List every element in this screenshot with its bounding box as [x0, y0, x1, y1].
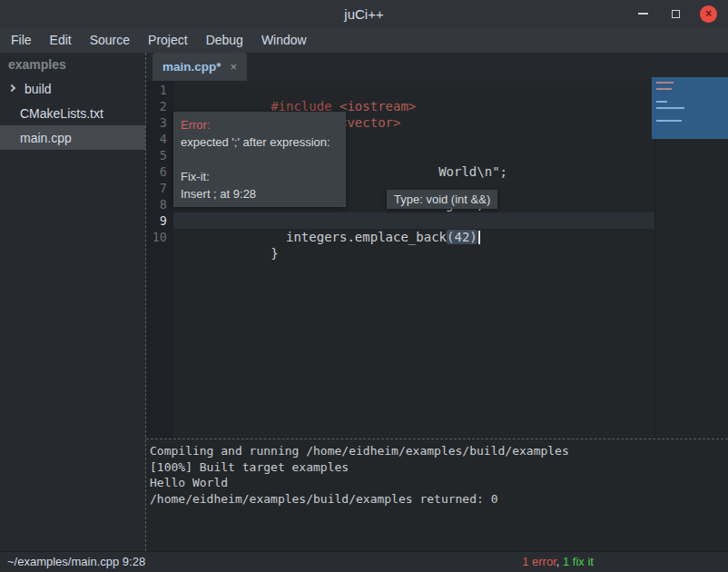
output-line: /home/eidheim/examples/build/examples re…	[150, 491, 728, 508]
line-number: 2	[146, 98, 173, 114]
code-editor[interactable]: 1 2 3 4 5 6 7 8 9 10 #include <iostream>	[146, 81, 728, 439]
menu-window[interactable]: Window	[252, 27, 316, 53]
tree-item-build[interactable]: build	[0, 76, 145, 101]
minimap-gap	[652, 90, 728, 96]
tree-item-label: CMakeLists.txt	[20, 106, 103, 121]
menu-source[interactable]: Source	[81, 27, 139, 53]
code-fragment: World\n";	[438, 164, 507, 179]
text-cursor	[478, 231, 480, 244]
file-tree-sidebar: examples build CMakeLists.txt main.cpp	[0, 53, 145, 551]
status-diagnostics: 1 error, 1 fix it	[522, 552, 594, 572]
line-number: 10	[146, 229, 173, 245]
minimap-line	[656, 101, 667, 103]
output-pane[interactable]: Compiling and running /home/eidheim/exam…	[146, 439, 728, 551]
type-info-tooltip: Type: void (int &&)	[387, 190, 497, 209]
output-line: Hello World	[150, 475, 728, 491]
code-text: integers.emplace_back	[271, 230, 447, 244]
app-window: juCi++ × File Edit Source Project Debug …	[0, 0, 728, 572]
line-number: 1	[146, 82, 173, 98]
line-number: 6	[146, 163, 173, 180]
menu-project[interactable]: Project	[139, 27, 197, 53]
line-number: 8	[146, 196, 173, 212]
line-number: 3	[146, 114, 173, 131]
line-number: 7	[146, 180, 173, 196]
titlebar: juCi++ ×	[0, 0, 728, 27]
line-number: 5	[146, 147, 173, 163]
line-number-current: 9	[146, 212, 173, 229]
tab-close-icon[interactable]: ×	[231, 60, 238, 74]
bracket-match-highlight: (42)	[447, 230, 477, 244]
tree-item-label: main.cpp	[20, 131, 72, 145]
tree-item-main-cpp[interactable]: main.cpp	[0, 125, 145, 150]
output-line: [100%] Built target examples	[150, 459, 728, 476]
maximize-button[interactable]	[667, 5, 684, 23]
include-header: <vector>	[339, 115, 400, 130]
line-number: 4	[146, 131, 173, 147]
menu-debug[interactable]: Debug	[197, 27, 252, 53]
minimap[interactable]	[652, 77, 728, 139]
diagnostic-message: expected ';' after expression:	[181, 133, 339, 151]
tree-item-label: build	[25, 82, 52, 96]
output-line: Compiling and running /home/eidheim/exam…	[150, 443, 728, 459]
minimap-line	[656, 82, 674, 84]
tree-item-cmakelists[interactable]: CMakeLists.txt	[0, 101, 145, 125]
window-controls: ×	[635, 0, 717, 27]
diagnostic-tooltip: Error: expected ';' after expression: Fi…	[173, 112, 346, 207]
code-text: }	[271, 246, 278, 261]
close-icon: ×	[705, 5, 712, 23]
main-body: examples build CMakeLists.txt main.cpp m…	[0, 53, 728, 551]
minimap-line	[656, 88, 672, 90]
include-header: <iostream>	[339, 99, 416, 113]
project-folder-label: examples	[0, 53, 145, 76]
fixit-title: Fix-it:	[181, 168, 339, 185]
close-button[interactable]: ×	[700, 5, 717, 23]
status-separator: ,	[556, 555, 563, 568]
minimize-button[interactable]	[635, 5, 652, 23]
diagnostic-title: Error:	[181, 116, 339, 133]
status-file-position: ~/examples/main.cpp 9:28	[7, 552, 145, 572]
chevron-right-icon[interactable]	[8, 84, 15, 92]
status-fixit-count: 1 fix it	[563, 555, 594, 568]
editor-column: main.cpp* × 1 2 3 4 5 6 7 8 9 10	[145, 53, 728, 551]
tabbar: main.cpp* ×	[146, 53, 728, 81]
menubar: File Edit Source Project Debug Window	[0, 27, 728, 53]
line-number-gutter: 1 2 3 4 5 6 7 8 9 10	[146, 81, 173, 439]
code-line-1[interactable]: #include <iostream>	[173, 82, 728, 98]
menu-edit[interactable]: Edit	[41, 27, 81, 53]
diagnostic-spacer	[181, 151, 339, 168]
minimap-gap	[652, 109, 728, 115]
fixit-action: Insert ; at 9:28	[181, 185, 339, 202]
status-error-count: 1 error	[522, 555, 556, 568]
maximize-icon	[672, 10, 680, 18]
statusbar: ~/examples/main.cpp 9:28 1 error, 1 fix …	[0, 551, 728, 572]
window-title: juCi++	[344, 6, 383, 22]
minimize-icon	[638, 13, 648, 15]
tab-main-cpp[interactable]: main.cpp* ×	[152, 53, 247, 81]
minimap-line	[656, 120, 682, 122]
menu-file[interactable]: File	[2, 27, 41, 53]
minimap-line	[656, 107, 684, 109]
tab-label: main.cpp*	[162, 60, 221, 74]
